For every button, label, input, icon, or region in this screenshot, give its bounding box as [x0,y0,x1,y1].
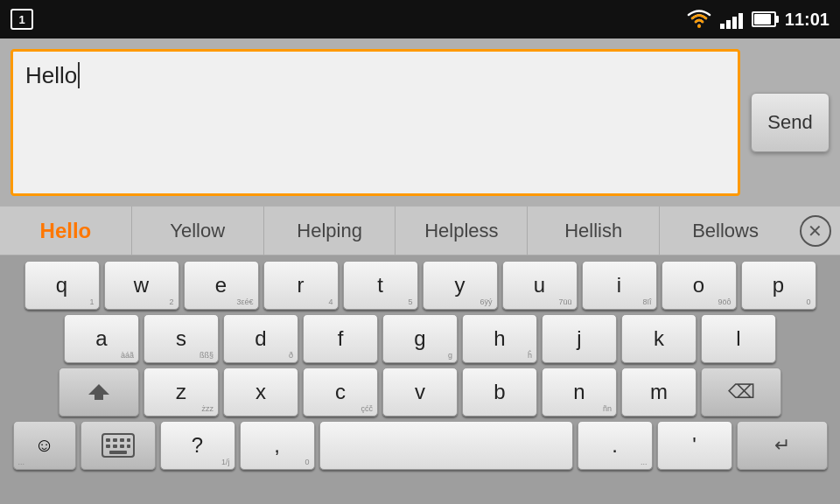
key-z[interactable]: zżzz [144,368,219,416]
key-f[interactable]: f [303,314,378,363]
keyboard-icon [102,433,135,458]
key-p[interactable]: p0 [741,261,816,310]
notification-number: 1 [18,13,24,26]
svg-point-0 [697,24,701,28]
key-j[interactable]: j [542,314,617,363]
keyboard-row-2: aàáã sßß§ dð f gg hĥ j k l [4,314,836,363]
keyboard-row-4: ☺ ... ?1/j ,0 .... [4,421,836,470]
key-a[interactable]: aàáã [64,314,139,363]
key-b[interactable]: b [462,368,537,416]
emoji-key[interactable]: ☺ ... [13,421,76,470]
shift-key[interactable] [59,368,139,416]
svg-rect-6 [127,438,130,442]
key-q[interactable]: q1 [24,261,100,310]
suggestion-close-button[interactable]: ✕ [791,206,840,256]
suggestion-0[interactable]: Hello [0,206,132,255]
suggestion-1[interactable]: Yellow [132,206,264,255]
emoji-icon: ☺ [34,434,53,457]
key-r[interactable]: r4 [263,261,339,310]
wifi-icon [687,10,711,29]
key-o[interactable]: o9öô [662,261,737,310]
suggestion-5[interactable]: Bellows [660,206,791,255]
keyboard-switch-key[interactable] [80,421,156,470]
suggestion-4[interactable]: Hellish [528,206,660,255]
send-button[interactable]: Send [751,93,830,152]
suggestions-bar: Hello Yellow Helping Helpless Hellish Be… [0,206,840,256]
backspace-key[interactable]: ⌫ [701,368,781,416]
svg-rect-7 [106,444,110,448]
svg-rect-3 [106,438,110,442]
key-comma[interactable]: ,0 [240,421,315,470]
svg-marker-1 [88,384,109,400]
shift-arrow-icon [87,382,111,402]
svg-rect-5 [120,438,124,442]
key-l[interactable]: l [701,314,776,363]
close-circle-icon: ✕ [800,215,831,247]
suggestion-3[interactable]: Helpless [396,206,528,255]
main-input-area: Hello Send [0,38,840,206]
key-apostrophe[interactable]: ' [657,421,732,470]
status-bar: 1 11:01 [0,0,840,38]
key-w[interactable]: w2 [104,261,179,310]
keyboard-row-3: zżzz x cçćč v b nñn m ⌫ [4,368,836,416]
key-i[interactable]: i8ïî [582,261,657,310]
text-cursor [78,62,80,88]
status-time: 11:01 [785,10,830,30]
key-h[interactable]: hĥ [462,314,537,363]
svg-rect-4 [113,438,117,442]
status-left: 1 [10,9,33,30]
key-n[interactable]: nñn [542,368,617,416]
key-g[interactable]: gg [382,314,458,363]
keyboard-row-1: q1 w2 e3εé€ r4 t5 y6ÿý u7üü i8ïî o9öô p0 [4,261,836,310]
suggestion-2[interactable]: Helping [264,206,396,255]
svg-rect-10 [127,444,130,448]
status-right: 11:01 [687,10,830,30]
svg-rect-8 [113,444,117,448]
keyboard: q1 w2 e3εé€ r4 t5 y6ÿý u7üü i8ïî o9öô p0… [0,256,840,504]
battery-icon [752,11,776,27]
key-e[interactable]: e3εé€ [184,261,259,310]
key-d[interactable]: dð [223,314,298,363]
enter-icon: ↵ [774,434,790,457]
key-y[interactable]: y6ÿý [423,261,498,310]
notification-badge: 1 [10,9,33,30]
key-m[interactable]: m [621,368,696,416]
key-c[interactable]: cçćč [303,368,378,416]
key-s[interactable]: sßß§ [144,314,219,363]
input-text: Hello [25,62,77,89]
svg-rect-11 [109,451,127,454]
enter-key[interactable]: ↵ [737,421,828,470]
key-x[interactable]: x [223,368,298,416]
key-period[interactable]: .... [578,421,653,470]
backspace-icon: ⌫ [728,381,755,403]
space-key[interactable] [319,421,573,470]
svg-rect-9 [120,444,124,448]
key-v[interactable]: v [382,368,458,416]
signal-icon [720,10,743,29]
key-t[interactable]: t5 [343,261,418,310]
key-question[interactable]: ?1/j [160,421,235,470]
text-input-box[interactable]: Hello [10,49,740,196]
key-k[interactable]: k [621,314,696,363]
key-u[interactable]: u7üü [502,261,578,310]
